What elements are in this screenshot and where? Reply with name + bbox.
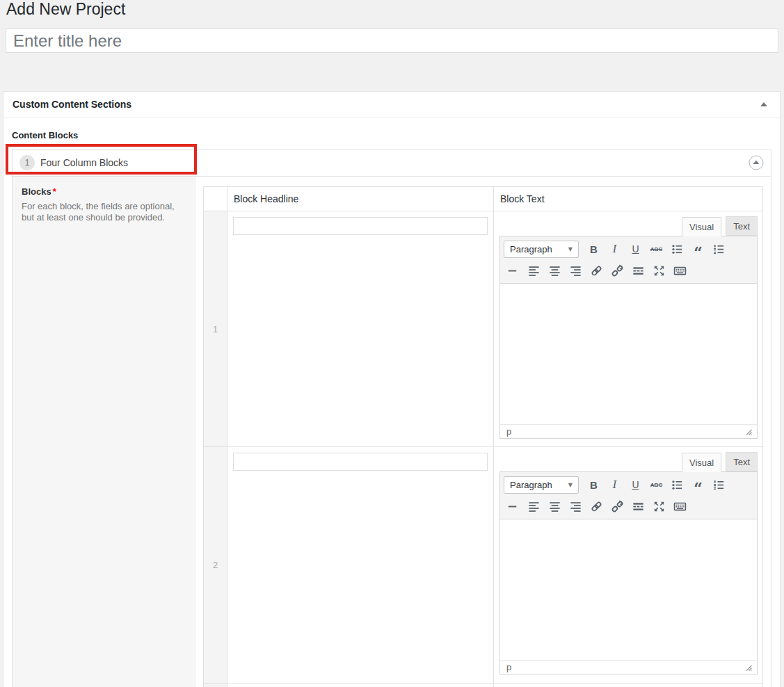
- align-right-icon: [569, 264, 582, 277]
- toolbar-toggle-icon: [673, 500, 687, 513]
- field-label-text: Blocks: [22, 186, 51, 197]
- horizontal-rule-icon: [506, 264, 520, 277]
- underline-icon: U: [632, 243, 639, 254]
- layout-body: Blocks* For each block, the fields are o…: [13, 177, 771, 687]
- align-right-button[interactable]: [566, 261, 585, 280]
- bullet-list-button[interactable]: [668, 476, 687, 494]
- tab-text[interactable]: Text: [726, 216, 758, 236]
- toolbar-toggle-button[interactable]: [671, 497, 689, 515]
- layout-header[interactable]: 1 Four Column Blocks: [13, 149, 771, 177]
- strikethrough-icon: ABC: [650, 246, 662, 252]
- tab-visual[interactable]: Visual: [682, 453, 721, 472]
- block-text-cell: Visual Text Paragraph ▼ B I U ABC “: [494, 211, 763, 447]
- italic-button[interactable]: I: [605, 476, 624, 494]
- numbered-list-icon: [712, 243, 726, 256]
- collapse-arrow-icon: [748, 154, 765, 171]
- blockquote-button[interactable]: “: [689, 476, 707, 494]
- horizontal-rule-button[interactable]: [504, 261, 522, 280]
- underline-button[interactable]: U: [626, 240, 645, 258]
- fullscreen-icon: [653, 264, 666, 277]
- field-description-line: For each block, the fields are optional,: [22, 201, 186, 212]
- fullscreen-button[interactable]: [650, 261, 669, 280]
- format-select[interactable]: Paragraph ▼: [504, 476, 579, 494]
- more-tag-button[interactable]: [629, 497, 648, 515]
- metabox-title: Custom Content Sections: [13, 99, 131, 110]
- tab-text[interactable]: Text: [726, 452, 758, 471]
- metabox-toggle-button[interactable]: [758, 99, 770, 109]
- unlink-button[interactable]: [608, 261, 627, 280]
- align-center-button[interactable]: [545, 497, 564, 515]
- bold-icon: B: [590, 243, 598, 255]
- table-row: [204, 684, 763, 687]
- numbered-list-button[interactable]: [710, 476, 728, 494]
- more-tag-icon: [632, 264, 645, 277]
- element-path: p: [506, 662, 511, 672]
- fullscreen-button[interactable]: [650, 497, 669, 515]
- block-text-cell: Visual Text Paragraph ▼ B I U ABC “: [494, 447, 763, 684]
- layout-collapse-button[interactable]: [748, 154, 765, 171]
- row-handle[interactable]: 1: [204, 211, 227, 447]
- metabox-header[interactable]: Custom Content Sections: [3, 92, 780, 118]
- horizontal-rule-button[interactable]: [504, 497, 522, 515]
- resize-grip[interactable]: [744, 663, 753, 672]
- link-button[interactable]: [587, 497, 606, 515]
- bold-button[interactable]: B: [584, 240, 603, 258]
- more-tag-button[interactable]: [629, 261, 648, 280]
- numbered-list-button[interactable]: [710, 240, 728, 258]
- wysiwyg-editor: Visual Text Paragraph ▼ B I U ABC “: [499, 453, 758, 674]
- field-content-column: Block Headline Block Text 1: [196, 177, 771, 687]
- blocks-repeater-table: Block Headline Block Text 1: [203, 186, 763, 687]
- blocks-field-label: Blocks*: [22, 186, 186, 197]
- table-header-row: Block Headline Block Text: [204, 187, 763, 211]
- block-headline-input[interactable]: [233, 453, 488, 471]
- toolbar-row-1: Paragraph ▼ B I U ABC “: [500, 474, 757, 495]
- editor-toolbar: Paragraph ▼ B I U ABC “: [499, 236, 758, 284]
- blockquote-button[interactable]: “: [689, 240, 707, 258]
- format-select-value: Paragraph: [510, 480, 552, 490]
- bold-button[interactable]: B: [584, 476, 603, 494]
- align-center-icon: [548, 500, 561, 513]
- toolbar-toggle-button[interactable]: [671, 261, 689, 280]
- chevron-down-icon: ▼: [568, 246, 573, 252]
- format-select[interactable]: Paragraph ▼: [504, 241, 579, 258]
- align-center-icon: [548, 264, 561, 277]
- horizontal-rule-icon: [506, 500, 520, 513]
- toolbar-toggle-icon: [673, 264, 687, 277]
- unlink-button[interactable]: [608, 497, 627, 515]
- tab-visual[interactable]: Visual: [682, 217, 721, 236]
- underline-icon: U: [632, 479, 639, 490]
- align-left-icon: [527, 264, 541, 277]
- bullet-list-icon: [671, 243, 684, 256]
- italic-button[interactable]: I: [605, 240, 624, 258]
- bullet-list-button[interactable]: [668, 240, 687, 258]
- strikethrough-button[interactable]: ABC: [647, 240, 666, 258]
- italic-icon: I: [613, 243, 616, 255]
- blockquote-icon: “: [694, 478, 703, 492]
- link-icon: [590, 264, 603, 277]
- strikethrough-button[interactable]: ABC: [647, 476, 666, 494]
- blockquote-icon: “: [694, 242, 703, 256]
- row-handle[interactable]: 2: [204, 447, 227, 684]
- editor-content-area[interactable]: [499, 519, 758, 660]
- editor-content-area[interactable]: [499, 284, 758, 424]
- editor-mode-tabs: Visual Text: [499, 217, 758, 236]
- block-headline-input[interactable]: [233, 217, 488, 235]
- underline-button[interactable]: U: [626, 476, 645, 494]
- order-column-header: [204, 187, 227, 211]
- align-left-button[interactable]: [525, 497, 543, 515]
- title-input[interactable]: [6, 29, 778, 53]
- bullet-list-icon: [671, 478, 684, 492]
- block-headline-cell: [227, 447, 494, 684]
- strikethrough-icon: ABC: [650, 482, 662, 488]
- align-left-button[interactable]: [525, 261, 543, 280]
- element-path: p: [506, 426, 511, 437]
- table-row: 1 Visual Text Paragraph ▼ B: [204, 211, 763, 447]
- resize-grip[interactable]: [744, 427, 753, 436]
- align-right-button[interactable]: [566, 497, 585, 515]
- link-button[interactable]: [587, 261, 606, 280]
- chevron-down-icon: ▼: [568, 482, 573, 488]
- align-center-button[interactable]: [545, 261, 564, 280]
- block-headline-cell: [227, 211, 494, 447]
- link-icon: [590, 500, 603, 513]
- layout-order-badge[interactable]: 1: [19, 155, 35, 170]
